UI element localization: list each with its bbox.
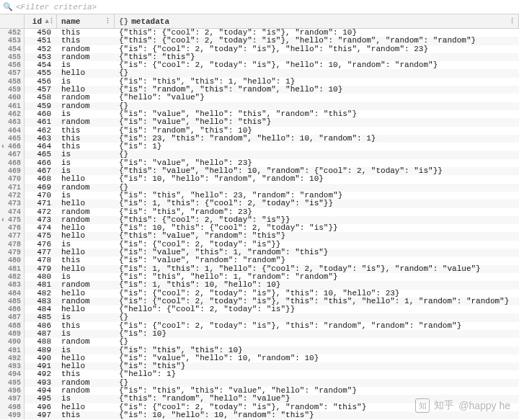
row-number[interactable]: 460: [0, 94, 25, 102]
row-number[interactable]: 469: [0, 167, 25, 175]
row-number[interactable]: 481: [0, 265, 25, 273]
row-number[interactable]: 465: [0, 135, 25, 143]
cell-metadata: {"is": {"cool": 2, "today": "is"}, "rand…: [115, 403, 519, 411]
table-row[interactable]: 477475hello{"this": "value", "random": "…: [0, 232, 519, 240]
column-menu-icon[interactable]: ⋮: [105, 17, 111, 25]
row-number[interactable]: 471: [0, 184, 25, 192]
grid-body[interactable]: 452450this{"this": {"cool": 2, "today": …: [0, 29, 519, 420]
row-number[interactable]: 485: [0, 298, 25, 305]
row-number[interactable]: 477: [0, 232, 25, 240]
row-number[interactable]: 498: [0, 403, 25, 411]
column-menu-icon[interactable]: ⋮: [48, 17, 55, 25]
cell-name: random: [57, 338, 115, 346]
row-number[interactable]: 474: [0, 208, 25, 216]
column-header-name[interactable]: name ⋮: [57, 14, 115, 28]
row-number[interactable]: 453: [0, 37, 25, 45]
table-row[interactable]: 488486this{"is": {"cool": 2, "today": "i…: [0, 322, 519, 330]
table-row[interactable]: 480478this{"is": "value", "random": "ran…: [0, 256, 519, 264]
cell-metadata: {"is": 1, "this": 1, "hello": {"cool": 2…: [115, 265, 519, 273]
row-number[interactable]: 497: [0, 395, 25, 403]
cell-id: 488: [25, 338, 57, 346]
row-number[interactable]: 480: [0, 256, 25, 264]
row-number[interactable]: 454: [0, 45, 25, 53]
table-row[interactable]: 468466is{"is": "value", "hello": 23}: [0, 159, 519, 167]
column-menu-icon[interactable]: ⋮: [509, 17, 515, 25]
row-number[interactable]: 487: [0, 313, 25, 321]
cell-metadata: {}: [115, 102, 519, 110]
row-number[interactable]: 459: [0, 86, 25, 94]
table-row[interactable]: 467465is{}: [0, 151, 519, 158]
row-number[interactable]: 482: [0, 273, 25, 281]
row-number[interactable]: 475‹: [0, 216, 25, 224]
row-number[interactable]: 464: [0, 127, 25, 135]
row-number[interactable]: 476: [0, 224, 25, 232]
column-label: id: [32, 17, 42, 26]
row-number[interactable]: 452: [0, 29, 25, 37]
row-number[interactable]: 473: [0, 200, 25, 207]
row-number[interactable]: 493: [0, 362, 25, 370]
table-row[interactable]: 461459random{}: [0, 102, 519, 110]
cell-id: 495: [25, 395, 57, 403]
row-number[interactable]: 486: [0, 305, 25, 313]
table-row[interactable]: 470468hello{"is": 10, "hello": "random",…: [0, 175, 519, 183]
row-number[interactable]: 492: [0, 354, 25, 362]
row-marker-icon: ‹: [1, 143, 5, 151]
table-row[interactable]: 471469random{}: [0, 184, 519, 192]
cell-metadata: {"is": {"cool": 2, "today": "is"}, "hell…: [115, 61, 519, 69]
cell-metadata: {"this": "random", "hello": "value"}: [115, 395, 519, 403]
table-row[interactable]: 497495is{"this": "random", "hello": "val…: [0, 395, 519, 403]
row-number[interactable]: 488: [0, 322, 25, 330]
table-row[interactable]: 457455hello{}: [0, 69, 519, 77]
table-row[interactable]: 455453random{"this": "this"}: [0, 53, 519, 61]
row-number[interactable]: 455: [0, 53, 25, 61]
row-number[interactable]: 456: [0, 61, 25, 69]
row-number[interactable]: 490: [0, 338, 25, 346]
column-header-metadata[interactable]: {} metadata ⋮: [115, 14, 519, 28]
cell-metadata: {}: [115, 313, 519, 321]
row-number[interactable]: 467: [0, 151, 25, 158]
cell-metadata: {"hello": 1}: [115, 370, 519, 378]
row-number[interactable]: 470: [0, 175, 25, 183]
cell-id: 461: [25, 118, 57, 126]
row-number[interactable]: 466‹: [0, 143, 25, 151]
row-number[interactable]: 458: [0, 78, 25, 86]
cell-metadata: {"is": 1, "this": {"cool": 2, "today": "…: [115, 200, 519, 207]
table-row[interactable]: 453451this{"this": {"cool": 2, "today": …: [0, 37, 519, 45]
table-row[interactable]: 463461random{"is": "value", "hello": "th…: [0, 118, 519, 126]
row-number[interactable]: 462: [0, 110, 25, 118]
table-row[interactable]: 487485is{}: [0, 313, 519, 321]
row-number[interactable]: 468: [0, 159, 25, 167]
row-number[interactable]: 483: [0, 281, 25, 289]
row-number[interactable]: 479: [0, 249, 25, 256]
row-number[interactable]: 491: [0, 347, 25, 354]
row-number[interactable]: 484: [0, 290, 25, 298]
cell-metadata: {"is": 1, "this": 10, "hello": 10}: [115, 281, 519, 289]
filter-input[interactable]: [16, 3, 516, 12]
row-number[interactable]: 461: [0, 102, 25, 110]
cell-metadata: {"is": "this", "hello": 1, "random": "ra…: [115, 273, 519, 281]
table-row[interactable]: 486484hello{"hello": {"cool": 2, "today"…: [0, 305, 519, 313]
table-row[interactable]: 496494random{"is": "this", "this": "valu…: [0, 387, 519, 395]
cell-metadata: {"is": "this"}: [115, 362, 519, 370]
row-number[interactable]: 472: [0, 192, 25, 200]
table-row[interactable]: 481479hello{"is": 1, "this": 1, "hello":…: [0, 265, 519, 273]
cell-name: random: [57, 281, 115, 289]
row-number[interactable]: 494: [0, 370, 25, 378]
cell-id: 451: [25, 37, 57, 45]
row-number[interactable]: 489: [0, 330, 25, 338]
cell-metadata: {"is": "value", "hello": "this"}: [115, 118, 519, 126]
row-number[interactable]: 496: [0, 387, 25, 395]
table-row[interactable]: 490488random{}: [0, 338, 519, 346]
row-number[interactable]: 478: [0, 241, 25, 249]
column-header-id[interactable]: id ▲ ⋮: [25, 14, 57, 28]
cell-metadata: {"hello": "value"}: [115, 94, 519, 102]
row-number[interactable]: 499: [0, 411, 25, 419]
table-row[interactable]: 460458random{"hello": "value"}: [0, 94, 519, 102]
row-number[interactable]: 495: [0, 379, 25, 387]
table-row[interactable]: 499497this{"is": 10, "hello": 10, "rando…: [0, 411, 519, 419]
row-number[interactable]: 463: [0, 118, 25, 126]
row-number[interactable]: 457: [0, 69, 25, 77]
table-row[interactable]: 473471hello{"is": 1, "this": {"cool": 2,…: [0, 200, 519, 207]
table-row[interactable]: 483481random{"is": 1, "this": 10, "hello…: [0, 281, 519, 289]
table-row[interactable]: 466‹464this{"is": 1}: [0, 143, 519, 151]
